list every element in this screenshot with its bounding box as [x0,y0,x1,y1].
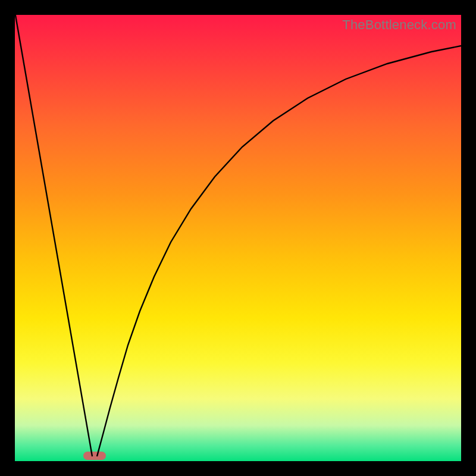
watermark-text: TheBottleneck.com [342,17,456,33]
left-descending-line [15,15,92,456]
curve-layer [15,15,461,461]
right-ascending-curve [97,46,461,456]
chart-frame: TheBottleneck.com [0,0,476,476]
plot-area: TheBottleneck.com [15,15,461,461]
